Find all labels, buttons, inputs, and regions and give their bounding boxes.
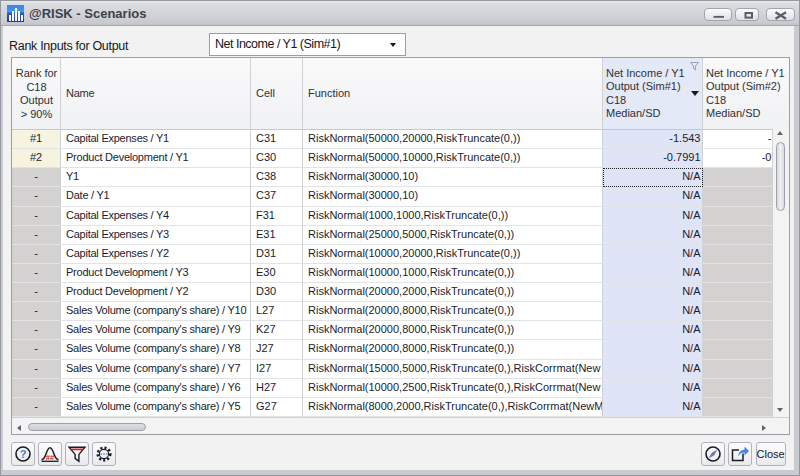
svg-text:?: ? (19, 448, 26, 460)
svg-text:##: ## (45, 453, 54, 462)
